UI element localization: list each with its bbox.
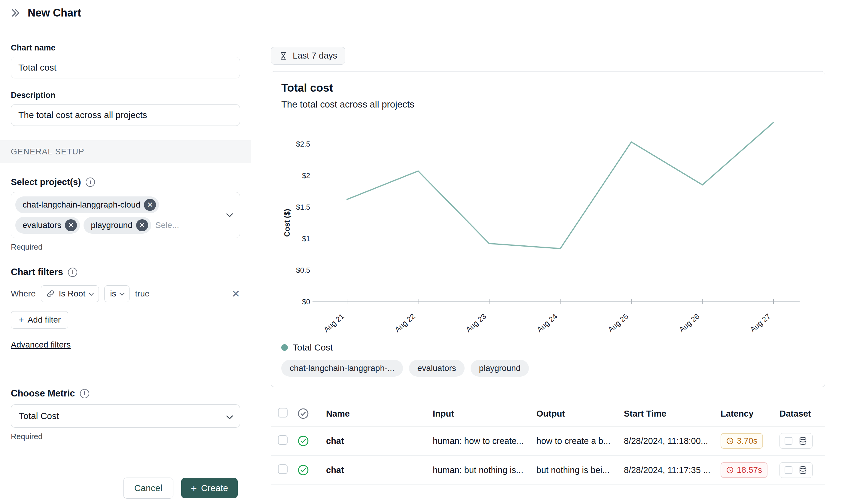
run-output-text: but nothing is bei...: [537, 465, 624, 475]
link-icon: [47, 290, 54, 298]
svg-text:$2: $2: [302, 172, 310, 180]
filter-operator-dropdown[interactable]: is: [104, 285, 129, 302]
add-filter-label: Add filter: [28, 315, 61, 325]
filter-field-value: Is Root: [58, 289, 85, 299]
project-pill[interactable]: chat-langchain-langgraph-...: [281, 360, 403, 377]
chart-card-subtitle: The total cost across all projects: [281, 99, 815, 110]
chart-card-title: Total cost: [281, 82, 815, 94]
col-header-dataset: Dataset: [779, 409, 825, 419]
run-input-text: human: but nothing is...: [433, 465, 537, 475]
project-pill[interactable]: playground: [471, 360, 529, 377]
svg-text:Aug 23: Aug 23: [464, 312, 488, 334]
run-output-text: how to create a b...: [537, 436, 624, 446]
dataset-checkbox[interactable]: [785, 466, 792, 474]
chart-preview-card: Total cost The total cost across all pro…: [271, 71, 825, 387]
svg-text:Aug 27: Aug 27: [749, 312, 772, 334]
project-pill[interactable]: evaluators: [409, 360, 464, 377]
svg-text:Aug 24: Aug 24: [535, 312, 559, 334]
latency-badge: 18.57s: [721, 462, 768, 478]
projects-required-text: Required: [11, 242, 240, 252]
clock-icon: [726, 437, 734, 445]
run-name-link[interactable]: chat: [320, 465, 433, 475]
project-chip: evaluators ✕: [15, 217, 80, 234]
remove-filter-icon[interactable]: ✕: [232, 289, 240, 299]
collapse-sidebar-icon[interactable]: [10, 7, 21, 18]
remove-project-icon[interactable]: ✕: [144, 199, 156, 211]
run-input-text: human: how to create...: [433, 436, 537, 446]
status-header-cell: [290, 408, 320, 419]
svg-text:Aug 26: Aug 26: [677, 312, 701, 334]
add-to-dataset-control[interactable]: [779, 433, 812, 449]
chart-name-input[interactable]: [11, 57, 240, 78]
select-all-checkbox-cell: [271, 408, 290, 419]
metric-select[interactable]: Total Cost: [11, 404, 240, 428]
clock-icon: [726, 466, 734, 474]
time-range-label: Last 7 days: [293, 51, 337, 61]
project-pills-row: chat-langchain-langgraph-... evaluators …: [281, 360, 815, 377]
create-button-label: Create: [201, 483, 228, 493]
time-range-button[interactable]: Last 7 days: [271, 47, 345, 65]
chart-filters-info-icon[interactable]: i: [68, 268, 77, 277]
svg-text:$2.5: $2.5: [296, 140, 310, 148]
col-header-input: Input: [433, 409, 537, 419]
chevron-down-icon[interactable]: [226, 211, 233, 217]
project-chip-label: evaluators: [22, 220, 61, 230]
choose-metric-label: Choose Metric: [11, 388, 75, 399]
choose-metric-heading: Choose Metric i: [11, 388, 240, 399]
legend-label: Total Cost: [293, 342, 333, 353]
filter-field-dropdown[interactable]: Is Root: [41, 285, 99, 302]
metric-required-text: Required: [11, 432, 240, 441]
svg-text:$0: $0: [302, 298, 310, 306]
remove-project-icon[interactable]: ✕: [65, 219, 77, 231]
sidebar-footer: Cancel + Create: [0, 472, 251, 504]
dataset-checkbox[interactable]: [785, 437, 792, 445]
hourglass-icon: [279, 51, 288, 60]
description-label: Description: [11, 90, 240, 100]
create-button[interactable]: + Create: [181, 478, 238, 498]
run-dataset-cell: [779, 462, 825, 478]
filter-row: Where Is Root is true ✕: [11, 285, 240, 302]
remove-project-icon[interactable]: ✕: [136, 219, 148, 231]
add-filter-button[interactable]: + Add filter: [11, 311, 68, 329]
project-search-input[interactable]: [155, 220, 195, 230]
latency-value: 3.70s: [737, 436, 757, 446]
page-title: New Chart: [28, 6, 81, 19]
col-header-name: Name: [320, 409, 433, 419]
svg-text:Aug 25: Aug 25: [607, 312, 630, 334]
select-all-checkbox[interactable]: [278, 408, 287, 417]
latency-badge: 3.70s: [721, 433, 763, 449]
row-checkbox[interactable]: [278, 435, 287, 445]
svg-text:$1: $1: [302, 235, 310, 243]
row-status-cell: [290, 435, 320, 447]
chart-filters-heading: Chart filters i: [11, 267, 240, 277]
col-header-latency: Latency: [721, 409, 779, 419]
cost-line-chart: Cost ($)$0$0.5$1$1.5$2$2.5Aug 21Aug 22Au…: [281, 113, 815, 339]
choose-metric-info-icon[interactable]: i: [80, 389, 89, 398]
svg-text:$0.5: $0.5: [296, 266, 310, 274]
description-input[interactable]: [11, 104, 240, 126]
filter-value[interactable]: true: [135, 289, 150, 299]
metric-select-value: Total Cost: [19, 411, 59, 421]
project-chip-label: playground: [91, 220, 133, 230]
row-checkbox-cell: [271, 464, 290, 476]
add-to-dataset-control[interactable]: [779, 462, 812, 478]
select-projects-info-icon[interactable]: i: [86, 178, 95, 187]
svg-text:Cost ($): Cost ($): [283, 209, 291, 237]
row-checkbox-cell: [271, 435, 290, 447]
table-header-row: Name Input Output Start Time Latency Dat…: [271, 401, 825, 427]
row-checkbox[interactable]: [278, 464, 287, 474]
legend-dot-icon: [281, 344, 288, 351]
advanced-filters-link[interactable]: Advanced filters: [11, 340, 71, 349]
project-multiselect[interactable]: chat-langchain-langgraph-cloud ✕ evaluat…: [11, 192, 240, 238]
svg-text:Aug 22: Aug 22: [393, 312, 417, 334]
run-latency-cell: 3.70s: [721, 433, 779, 449]
cancel-button[interactable]: Cancel: [123, 478, 173, 499]
database-icon: [799, 466, 807, 474]
row-status-cell: [290, 464, 320, 476]
col-header-output: Output: [537, 409, 624, 419]
chart-area: Cost ($)$0$0.5$1$1.5$2$2.5Aug 21Aug 22Au…: [281, 113, 815, 339]
svg-text:$1.5: $1.5: [296, 203, 310, 211]
run-name-link[interactable]: chat: [320, 436, 433, 446]
status-check-icon: [297, 408, 309, 419]
select-projects-heading: Select project(s) i: [11, 177, 240, 187]
